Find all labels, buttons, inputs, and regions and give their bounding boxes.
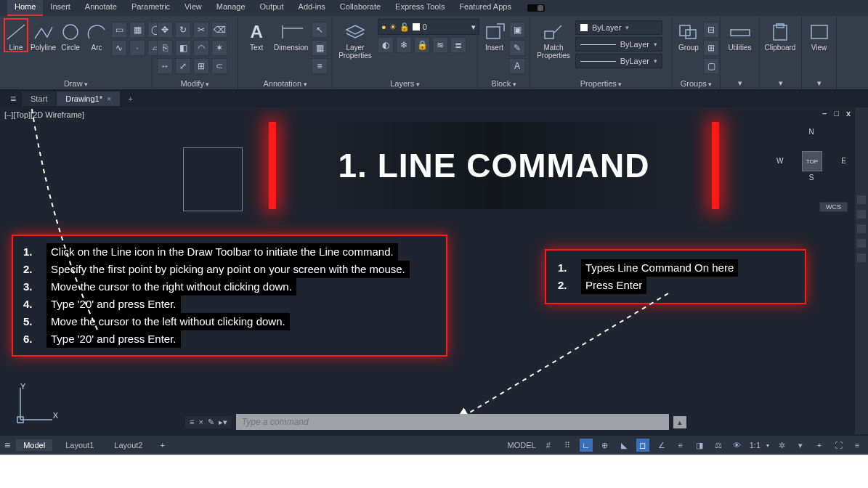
viewcube-top-face[interactable]: TOP [802, 151, 822, 171]
table-icon[interactable]: ▦ [312, 40, 328, 56]
otrack-icon[interactable]: ∠ [655, 439, 668, 452]
customize-status-icon[interactable]: ≡ [851, 439, 864, 452]
file-tabs-menu-icon[interactable]: ≡ [4, 93, 22, 105]
tab-view[interactable]: View [177, 0, 209, 16]
erase-icon[interactable]: ⌫ [211, 22, 227, 38]
annovisibility-icon[interactable]: 👁 [731, 439, 744, 452]
grid-icon[interactable]: # [542, 439, 555, 452]
layout2-tab[interactable]: Layout2 [107, 439, 150, 451]
tab-annotate[interactable]: Annotate [78, 0, 124, 16]
model-space-button[interactable]: MODEL [508, 441, 536, 450]
tab-collaborate[interactable]: Collaborate [333, 0, 388, 16]
zoom-extents-icon[interactable] [856, 224, 867, 234]
viewport-maximize-icon[interactable]: □ [834, 109, 839, 118]
viewport-minimize-icon[interactable]: – [822, 109, 827, 118]
tab-parametric[interactable]: Parametric [124, 0, 177, 16]
group-edit-icon[interactable]: ⊞ [703, 40, 719, 56]
layer-freeze-icon[interactable]: ❄ [396, 37, 412, 53]
cmd-recent-icon[interactable]: ▴ [673, 416, 686, 428]
layout1-tab[interactable]: Layout1 [58, 439, 101, 451]
transparency-icon[interactable]: ◨ [693, 439, 706, 452]
clean-screen-icon[interactable]: ⛶ [832, 439, 845, 452]
match-properties-button[interactable]: Match Properties [535, 19, 572, 60]
nav-wheel-icon[interactable] [856, 195, 867, 205]
clipboard-button[interactable]: Clipboard [764, 19, 796, 52]
group-bb-icon[interactable]: ▢ [703, 58, 719, 74]
panel-block-title[interactable]: Block [491, 79, 516, 88]
tab-manage[interactable]: Manage [209, 0, 253, 16]
pan-icon[interactable] [856, 209, 867, 219]
polar-icon[interactable]: ⊕ [599, 439, 612, 452]
mirror-icon[interactable]: ◧ [175, 40, 191, 56]
gear-icon[interactable]: ✲ [775, 439, 788, 452]
layer-match-icon[interactable]: ≋ [432, 37, 448, 53]
tab-home[interactable]: Home [7, 0, 43, 16]
tab-output[interactable]: Output [253, 0, 291, 16]
trim-icon[interactable]: ✂ [193, 22, 209, 38]
explode-icon[interactable]: ✶ [211, 40, 227, 56]
panel-clipboard-title[interactable]: ▾ [779, 78, 783, 87]
snap-icon[interactable]: ⠿ [561, 439, 574, 452]
stretch-icon[interactable]: ↔ [157, 58, 173, 74]
layer-off-icon[interactable]: ◐ [378, 37, 394, 53]
insert-block-button[interactable]: Insert [482, 19, 506, 52]
ungroup-icon[interactable]: ⊟ [703, 22, 719, 38]
panel-properties-title[interactable]: Properties [580, 79, 622, 88]
panel-draw-title[interactable]: Draw [64, 79, 88, 88]
array-icon[interactable]: ⊞ [193, 58, 209, 74]
viewcube[interactable]: N S W E TOP [776, 128, 846, 198]
isolate-icon[interactable]: ▾ [794, 439, 807, 452]
cmd-close-icon[interactable]: × [198, 418, 203, 426]
add-tab-button[interactable]: + [121, 92, 139, 106]
rectangle-icon[interactable]: ▭ [111, 22, 127, 38]
hatch-icon[interactable]: ▦ [129, 22, 145, 38]
edit-attr-icon[interactable]: A [509, 58, 525, 74]
circle-button[interactable]: Circle [59, 19, 82, 52]
panel-utilities-title[interactable]: ▾ [738, 78, 742, 87]
layer-dropdown[interactable]: ● ☀ 🔓 0 ▾ [378, 19, 479, 35]
add-layout-button[interactable]: + [155, 441, 169, 450]
panel-modify-title[interactable]: Modify [181, 79, 210, 88]
text-button[interactable]: A Text [243, 19, 270, 52]
panel-groups-title[interactable]: Groups [681, 79, 713, 88]
mtext-icon[interactable]: ≡ [312, 58, 328, 74]
isodraft-icon[interactable]: ◣ [617, 439, 630, 452]
osnap-icon[interactable]: ◻ [636, 439, 649, 452]
start-tab[interactable]: Start [22, 92, 57, 106]
spline-icon[interactable]: ∿ [111, 40, 127, 56]
move-icon[interactable]: ✥ [157, 22, 173, 38]
create-block-icon[interactable]: ▣ [509, 22, 525, 38]
line-button[interactable]: Line [4, 19, 28, 52]
command-input[interactable] [236, 414, 669, 430]
viewport-close-icon[interactable]: x [846, 109, 851, 118]
polyline-button[interactable]: Polyline [31, 19, 56, 52]
arc-button[interactable]: Arc [85, 19, 108, 52]
lineweight-dropdown[interactable]: ByLayer [575, 37, 662, 52]
view-button[interactable]: View [806, 19, 832, 52]
drawing-tab[interactable]: Drawing1*× [57, 92, 121, 106]
layer-lock-icon[interactable]: 🔒 [414, 37, 430, 53]
layer-properties-button[interactable]: Layer Properties [337, 19, 373, 60]
showmotion-icon[interactable] [856, 253, 867, 263]
utilities-button[interactable]: Utilities [725, 19, 755, 52]
ortho-icon[interactable]: ∟ [580, 439, 593, 452]
wcs-label[interactable]: WCS [819, 202, 848, 212]
model-tab[interactable]: Model [16, 439, 52, 451]
workspace-switch-icon[interactable] [527, 4, 545, 12]
color-dropdown[interactable]: ByLayer [575, 20, 662, 35]
tab-express-tools[interactable]: Express Tools [388, 0, 452, 16]
offset-icon[interactable]: ⊂ [211, 58, 227, 74]
leader-icon[interactable]: ↖ [312, 22, 328, 38]
close-tab-icon[interactable]: × [107, 94, 111, 103]
scale-label[interactable]: 1:1 [750, 441, 760, 450]
point-icon[interactable]: · [129, 40, 145, 56]
group-button[interactable]: Group [677, 19, 700, 52]
tab-insert[interactable]: Insert [43, 0, 78, 16]
viewport-label[interactable]: [–][Top][2D Wireframe] [4, 110, 84, 119]
layer-iso-icon[interactable]: ≣ [450, 37, 466, 53]
linetype-dropdown[interactable]: ByLayer [575, 54, 662, 68]
hardware-accel-icon[interactable]: + [813, 439, 826, 452]
panel-view-title[interactable]: ▾ [817, 78, 822, 87]
rotate-icon[interactable]: ↻ [175, 22, 191, 38]
dimension-button[interactable]: Dimension [273, 19, 309, 52]
